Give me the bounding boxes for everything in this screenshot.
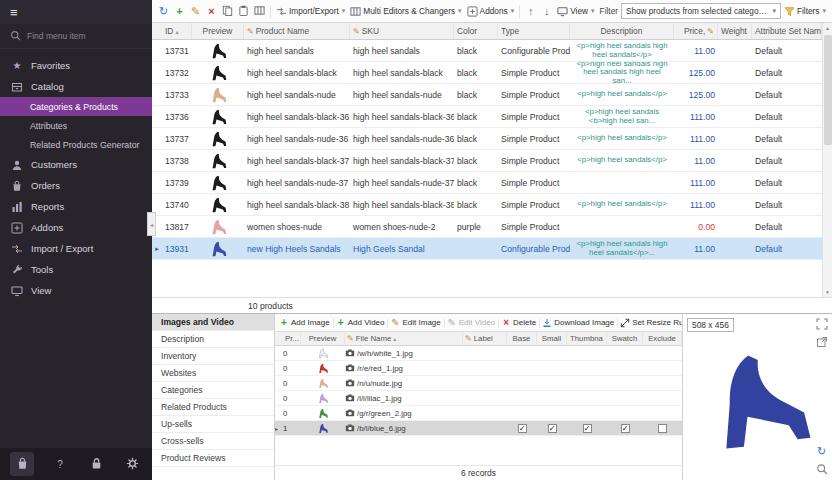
toolbar-button[interactable]: ↻ (156, 3, 171, 19)
column-header-priority[interactable]: Pr... (283, 332, 301, 345)
column-header-swatch[interactable]: Swatch (607, 332, 643, 345)
exclude-checkbox-cell[interactable] (643, 376, 682, 390)
detail-tab[interactable]: Images and Video (152, 314, 274, 331)
row-expander[interactable] (152, 106, 162, 127)
sidebar-bottom-button[interactable] (10, 452, 34, 476)
exclude-checkbox-cell[interactable] (643, 361, 682, 375)
product-row[interactable]: 13739 high heel sandals-nude-37 high hee… (152, 172, 822, 194)
preview-button[interactable] (814, 462, 829, 477)
sidebar-item[interactable]: View (0, 280, 152, 301)
column-header-thumbnail[interactable]: Thumbna (567, 332, 607, 345)
detail-tab[interactable]: Cross-sells (152, 433, 274, 450)
base-checkbox-cell[interactable] (507, 346, 537, 360)
small-checkbox-cell[interactable]: ✓ (537, 421, 567, 435)
image-row[interactable]: 0 /n/u/nude.jpg (275, 376, 682, 391)
swatch-checkbox-cell[interactable] (607, 361, 643, 375)
image-row[interactable]: 0 /w/h/white_1.jpg (275, 346, 682, 361)
filters-menu[interactable]: Filters (782, 5, 828, 18)
sidebar-bottom-button[interactable]: ? (50, 454, 70, 474)
vertical-scrollbar[interactable] (822, 23, 832, 297)
base-checkbox-cell[interactable] (507, 406, 537, 420)
sidebar-item[interactable]: Related Products Generator (0, 135, 152, 154)
import-export-menu[interactable]: Import/Export (274, 5, 347, 18)
column-header-base[interactable]: Base (507, 332, 537, 345)
column-header-small[interactable]: Small (537, 332, 567, 345)
column-header-weight[interactable]: Weight (718, 23, 752, 39)
exclude-checkbox-cell[interactable] (643, 421, 682, 435)
toolbar-button[interactable] (252, 3, 267, 19)
images-toolbar-button[interactable]: ✎ Edit Image (390, 318, 444, 328)
row-expander[interactable] (152, 62, 162, 83)
detail-tab[interactable]: Inventory (152, 348, 274, 365)
column-header-label[interactable]: ✎ Label (463, 332, 507, 345)
column-header-id[interactable]: ID (162, 23, 192, 39)
toolbar-button[interactable]: ✎ (188, 3, 203, 19)
preview-button[interactable] (814, 335, 829, 350)
detail-tab[interactable]: Product Reviews (152, 450, 274, 467)
preview-button[interactable] (814, 317, 829, 332)
row-expander[interactable] (152, 150, 162, 171)
sidebar-item[interactable]: Addons (0, 217, 152, 238)
small-checkbox-cell[interactable] (537, 346, 567, 360)
product-row[interactable]: 13740 high heel sandals-black-38 high he… (152, 194, 822, 216)
thumbnail-checkbox-cell[interactable] (567, 391, 607, 405)
swatch-checkbox-cell[interactable] (607, 391, 643, 405)
images-toolbar-button[interactable]: + Add Image (279, 318, 334, 328)
sidebar-collapse-handle[interactable] (147, 212, 156, 236)
column-header-preview[interactable]: Preview (192, 23, 244, 39)
thumbnail-checkbox-cell[interactable] (567, 346, 607, 360)
toolbar-button[interactable]: + (172, 3, 187, 19)
sidebar-item[interactable]: Categories & Products (0, 97, 152, 116)
small-checkbox-cell[interactable] (537, 361, 567, 375)
exclude-checkbox-cell[interactable] (643, 406, 682, 420)
images-toolbar-button[interactable]: Download Image (542, 318, 618, 328)
swatch-checkbox-cell[interactable] (607, 346, 643, 360)
small-checkbox-cell[interactable] (537, 376, 567, 390)
preview-button[interactable]: ↻ (814, 444, 829, 459)
sidebar-bottom-button[interactable] (122, 454, 142, 474)
toolbar-button[interactable] (220, 3, 235, 19)
category-filter-select[interactable]: Show products from selected categories (621, 3, 781, 19)
product-row[interactable]: 13733 high heel sandals-nude high heel s… (152, 84, 822, 106)
sidebar-item[interactable]: Orders (0, 175, 152, 196)
product-row[interactable]: 13738 high heel sandals-black-37 high he… (152, 150, 822, 172)
column-header-file-name[interactable]: ✎ File Name (345, 332, 463, 345)
sidebar-item[interactable]: ★ Favorites (0, 55, 152, 76)
small-checkbox-cell[interactable] (537, 406, 567, 420)
base-checkbox-cell[interactable] (507, 391, 537, 405)
product-row[interactable]: ▸ 13931 new High Heels Sandals High Geel… (152, 238, 822, 260)
thumbnail-checkbox-cell[interactable] (567, 376, 607, 390)
image-row[interactable]: 0 /r/e/red_1.jpg (275, 361, 682, 376)
scrollbar-thumb[interactable] (824, 35, 832, 145)
detail-tab[interactable]: Description (152, 331, 274, 348)
column-header-exclude[interactable]: Exclude (643, 332, 682, 345)
addons-menu[interactable]: Addons (465, 5, 517, 18)
image-row[interactable]: ▸ 1 /b/l/blue_6.jpg ✓ ✓ ✓ ✓ (275, 421, 682, 436)
sidebar-item[interactable]: Tools (0, 259, 152, 280)
sidebar-search[interactable]: Find menu item (0, 24, 152, 49)
toolbar-button[interactable] (236, 3, 251, 19)
images-toolbar-button[interactable]: ✎ Edit Video (447, 318, 499, 328)
thumbnail-checkbox-cell[interactable] (567, 406, 607, 420)
multi-editors-menu[interactable]: Multi Editors & Changers (348, 5, 463, 18)
base-checkbox-cell[interactable] (507, 361, 537, 375)
detail-tab[interactable]: Websites (152, 365, 274, 382)
images-toolbar-button[interactable]: + Add Video (336, 318, 389, 328)
product-row[interactable]: 13731 high heel sandals high heel sandal… (152, 40, 822, 62)
row-expander[interactable] (152, 172, 162, 193)
product-row[interactable]: 13736 high heel sandals-black-36 high he… (152, 106, 822, 128)
detail-tab[interactable]: Categories (152, 382, 274, 399)
column-header-sku[interactable]: ✎ SKU (350, 23, 454, 39)
images-toolbar-button[interactable]: × Delete (501, 318, 540, 328)
product-row[interactable]: 13817 women shoes-nude women shoes-nude-… (152, 216, 822, 238)
column-header-type[interactable]: Type (498, 23, 570, 39)
sidebar-item[interactable]: Reports (0, 196, 152, 217)
column-header-price[interactable]: Price, ✎ (674, 23, 718, 39)
exclude-checkbox-cell[interactable] (643, 346, 682, 360)
product-row[interactable]: 13737 high heel sandals-nude-36 high hee… (152, 128, 822, 150)
column-header-product-name[interactable]: ✎ Product Name (244, 23, 350, 39)
row-expander[interactable] (152, 84, 162, 105)
swatch-checkbox-cell[interactable]: ✓ (607, 421, 643, 435)
sidebar-item[interactable]: Customers (0, 154, 152, 175)
exclude-checkbox-cell[interactable] (643, 391, 682, 405)
